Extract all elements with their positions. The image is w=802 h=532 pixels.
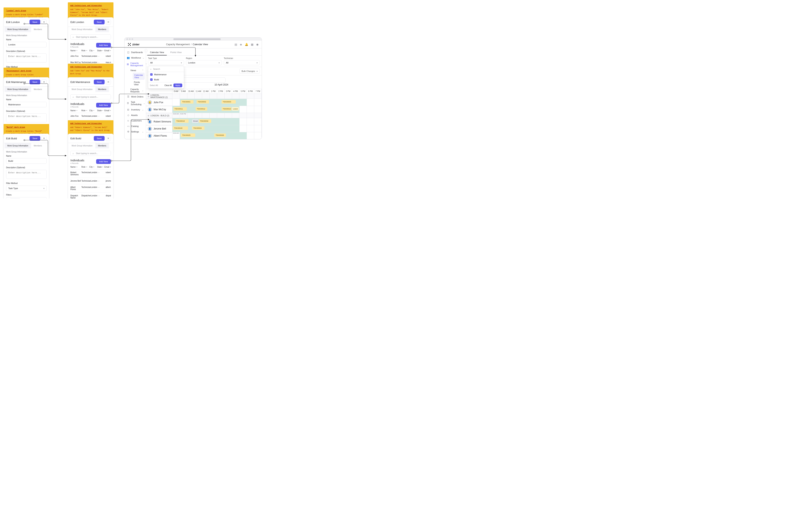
nav-task-scheduling[interactable]: 🗓Task Scheduling⌄ xyxy=(125,99,146,107)
tab-wg-info[interactable]: Work Group Information xyxy=(4,27,31,32)
address-bar[interactable] xyxy=(173,38,221,40)
table-row[interactable]: Jerome BellTechnicianLondon-jerome.bell@… xyxy=(70,178,111,184)
table-row[interactable]: Albert FloresTechnicianLondon-albert.flo… xyxy=(70,184,111,193)
task-block[interactable]: TSK00018 xyxy=(175,119,189,123)
collapse-icon[interactable]: ⊖ xyxy=(148,95,149,97)
task-block[interactable]: TSK00040 xyxy=(173,126,188,130)
traffic-dot[interactable] xyxy=(126,38,128,40)
nav-views[interactable]: Views⌃ xyxy=(128,68,146,73)
tab-wg-info[interactable]: Work Group Information xyxy=(69,143,95,148)
desc-input[interactable] xyxy=(6,170,46,179)
task-block[interactable]: TSK00013 xyxy=(222,107,231,111)
task-block[interactable]: TSK00002 xyxy=(197,100,209,103)
task-block[interactable]: TSK00024 xyxy=(192,126,205,130)
filtermethod-select[interactable]: Task Type▾ xyxy=(6,186,46,191)
nav-dashboards[interactable]: ◫Dashboards xyxy=(125,50,146,55)
tab-wg-info[interactable]: Work Group Information xyxy=(69,87,95,92)
table-row[interactable]: Dispatch NameDispatcherLondon-dispatcher… xyxy=(70,193,111,198)
view-tab-calendar[interactable]: Calendar View xyxy=(147,50,167,55)
task-block[interactable]: TSK00011 xyxy=(173,107,187,111)
col-name[interactable]: Name▾ xyxy=(70,50,81,52)
tab-members[interactable]: Members xyxy=(95,87,109,92)
task-block[interactable]: TSK00003 xyxy=(222,100,236,103)
clear-all[interactable]: Clear All xyxy=(164,84,172,87)
nav-catalog[interactable]: ▭Catalog xyxy=(125,124,146,129)
save-button[interactable]: Save xyxy=(94,20,105,24)
nav-inventory[interactable]: ⊟Inventory⌄ xyxy=(125,107,146,112)
tab-members[interactable]: Members xyxy=(95,27,109,32)
group-row-maintenance[interactable]: ⊖LONDON - MAINTENANCE (2) xyxy=(146,94,262,99)
col-email[interactable]: Email▾ xyxy=(104,50,111,52)
nav-assets[interactable]: ◇Assets xyxy=(125,112,146,118)
add-new-button[interactable]: Add New xyxy=(96,43,111,48)
member-search[interactable]: ⌕Start typing to search... xyxy=(70,34,111,39)
tab-members[interactable]: Members xyxy=(95,143,109,148)
task-block[interactable]: TSK00012 xyxy=(195,107,207,111)
break-block[interactable]: Break xyxy=(192,119,199,123)
user-icon[interactable]: ◉ xyxy=(256,43,259,46)
nav-work-orders[interactable]: ☰Work Orders xyxy=(125,94,146,99)
collapse-sidebar-button[interactable]: ‹ xyxy=(144,49,148,53)
task-block[interactable]: TSK00025 xyxy=(181,133,195,137)
nav-points-view[interactable]: Points View xyxy=(132,80,146,87)
close-button[interactable]: ✕ xyxy=(41,79,46,84)
table-row[interactable]: John FoxTechnicianLondon-robert.fox@comp xyxy=(70,113,111,119)
name-input[interactable]: London xyxy=(6,42,46,48)
chat-icon[interactable]: ▤ xyxy=(235,43,237,46)
close-button[interactable]: ✕ xyxy=(106,79,111,84)
nav-capacity-requests[interactable]: Capacity Requests⌄ xyxy=(128,87,146,94)
dropdown-search[interactable]: ⌕Search xyxy=(148,66,184,72)
apps-icon[interactable]: ▦ xyxy=(251,43,254,46)
leave-block[interactable]: Leave xyxy=(232,107,239,111)
traffic-dot[interactable] xyxy=(132,38,133,40)
task-block[interactable]: TSK00032 xyxy=(199,119,211,123)
nav-capacity-management[interactable]: ⊞Capacity Management⌃ xyxy=(125,60,146,68)
traffic-dot[interactable] xyxy=(129,38,131,40)
collapse-icon[interactable]: ⊖ xyxy=(148,115,149,117)
nav-calendar-view[interactable]: Calendar View xyxy=(133,73,145,80)
tab-wg-info[interactable]: Work Group Information xyxy=(4,87,31,92)
member-search[interactable]: ⌕Start typing to search... xyxy=(70,94,111,99)
save-button[interactable]: Save xyxy=(94,136,105,141)
clear-icon[interactable]: ⊗ xyxy=(40,198,42,199)
bell-icon[interactable]: 🔔 xyxy=(245,43,248,46)
add-new-button[interactable]: Add New xyxy=(96,103,111,108)
tab-members[interactable]: Members xyxy=(31,87,45,92)
filters-input[interactable]: ⌕Build✕⊗▾ xyxy=(6,197,46,198)
group-row-build[interactable]: ⊖LONDON - BUILD (2) xyxy=(146,113,262,118)
save-button[interactable]: Save xyxy=(94,80,105,84)
close-button[interactable]: ✕ xyxy=(41,19,46,24)
filter-task-type[interactable]: All▾ xyxy=(148,60,184,65)
table-row[interactable]: Robert SimmonsTechnicianLondon-robert.si… xyxy=(70,169,111,178)
task-block[interactable]: TSK00026 xyxy=(214,133,226,137)
table-row[interactable]: John FoxTechnicianLondon-robert.fox@comp xyxy=(70,53,111,59)
idea-icon[interactable]: ◈ xyxy=(240,43,242,46)
select-all[interactable]: Select All xyxy=(150,84,158,87)
filter-region[interactable]: London▾ xyxy=(186,60,222,65)
save-button[interactable]: Save xyxy=(30,80,40,84)
add-new-button[interactable]: Add New xyxy=(96,159,111,164)
nav-settings[interactable]: ⚙Settings⌄ xyxy=(125,129,146,134)
save-button[interactable]: Save xyxy=(30,20,40,24)
save-button[interactable]: Save xyxy=(30,136,40,141)
filter-chip-build[interactable]: Build✕ xyxy=(10,198,20,198)
close-button[interactable]: ✕ xyxy=(106,136,111,141)
member-search[interactable]: ⌕Start typing to search... xyxy=(70,151,111,156)
nav-workforce[interactable]: 👥Workforce⌄ xyxy=(125,55,146,60)
close-button[interactable]: ✕ xyxy=(41,136,46,141)
close-button[interactable]: ✕ xyxy=(106,19,111,24)
desc-input[interactable] xyxy=(6,54,46,62)
tab-wg-info[interactable]: Work Group Information xyxy=(69,27,95,32)
col-state[interactable]: State▾ xyxy=(97,50,104,52)
tab-members[interactable]: Members xyxy=(31,143,45,148)
col-role[interactable]: Role▾ xyxy=(81,50,89,52)
name-input[interactable]: Build xyxy=(6,158,46,164)
desc-input[interactable] xyxy=(6,113,46,122)
dropdown-option-maintenance[interactable]: ✓Maintenance xyxy=(148,72,184,77)
name-input[interactable]: Maintenance xyxy=(6,102,46,107)
nav-customers[interactable]: ☺Customers xyxy=(125,118,146,124)
tab-members[interactable]: Members xyxy=(31,27,45,32)
task-block[interactable]: TSK00001 xyxy=(181,100,193,103)
tab-wg-info[interactable]: Work Group Information xyxy=(4,143,31,148)
view-tab-points[interactable]: Points View xyxy=(168,50,184,55)
